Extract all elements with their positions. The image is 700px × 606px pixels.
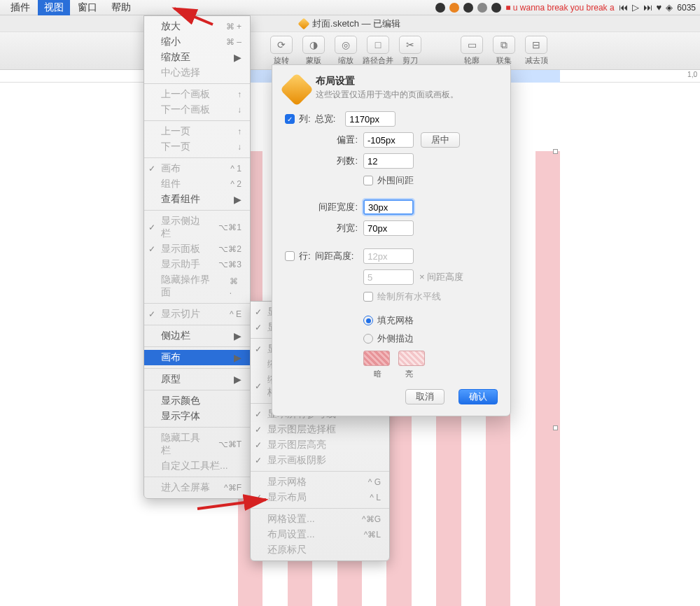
menu-item: ✓画布^ 1 — [144, 161, 250, 176]
outer-gutter-checkbox[interactable] — [363, 176, 373, 185]
menu-item[interactable]: 缩小⌘ – — [144, 34, 250, 50]
menu-item: 组件^ 2 — [144, 176, 250, 192]
tool-缩放[interactable]: ◎缩放 — [330, 36, 361, 66]
status-icon — [463, 3, 473, 13]
offset-label: 偏置: — [285, 134, 363, 146]
columns-label: 列: — [299, 113, 311, 125]
menu-view[interactable]: 视图 — [38, 0, 70, 15]
menu-item[interactable]: 缩放至▶ — [144, 50, 250, 65]
menu-plugins[interactable]: 插件 — [4, 0, 36, 15]
window-titlebar: 封面.sketch — 已编辑 — [0, 15, 700, 32]
menu-help[interactable]: 帮助 — [105, 0, 137, 15]
menu-item[interactable]: 显示字体 — [144, 409, 250, 424]
row-mult-input — [363, 269, 414, 285]
status-icon — [449, 3, 459, 13]
menu-item: 下一个画板↓ — [144, 102, 250, 118]
center-button[interactable]: 居中 — [421, 132, 460, 148]
menu-item: 上一个画板↑ — [144, 87, 250, 102]
view-menu-dropdown[interactable]: 放大⌘ +缩小⌘ –缩放至▶中心选择上一个画板↑下一个画板↓上一页↑下一页↓✓画… — [144, 15, 251, 499]
menu-window[interactable]: 窗口 — [71, 0, 104, 15]
menu-item: 自定义工具栏... — [144, 458, 250, 474]
menu-item: ✓显示图层高亮 — [251, 437, 389, 453]
selection-handle[interactable] — [553, 425, 558, 430]
selection-handle[interactable] — [553, 149, 558, 154]
total-width-label: 总宽: — [315, 113, 342, 125]
menu-item: 网格设置...^⌘G — [251, 512, 389, 527]
tool-联集[interactable]: ⧉联集 — [489, 36, 519, 66]
rows-label: 行: — [299, 250, 311, 262]
menu-item[interactable]: 侧边栏▶ — [144, 328, 250, 344]
total-width-input[interactable] — [345, 111, 396, 127]
menu-item: ✓显示布局^ L — [251, 490, 389, 505]
menu-item: 上一页↑ — [144, 124, 250, 139]
tool-剪刀[interactable]: ✂剪刀 — [395, 36, 426, 66]
menu-item: 进入全屏幕^⌘F — [144, 480, 250, 495]
row-height-label: 间距高度: — [315, 250, 360, 262]
menu-item: 还原标尺 — [251, 542, 389, 558]
ruler-label: 1,0 — [687, 71, 697, 78]
tool-路径合并[interactable]: □路径合并 — [363, 36, 393, 66]
offset-input[interactable] — [363, 132, 414, 148]
col-width-input[interactable] — [363, 220, 414, 236]
layout-settings-dialog: 布局设置 这些设置仅适用于选中的页面或画板。 ✓ 列: 总宽: 偏置: 居中 列… — [272, 64, 511, 416]
ok-button[interactable]: 确认 — [458, 389, 498, 404]
dialog-title: 布局设置 — [316, 75, 355, 86]
fill-grid-radio[interactable] — [363, 316, 373, 325]
gutter-width-input[interactable] — [363, 199, 414, 215]
menu-item[interactable]: 放大⌘ + — [144, 19, 250, 34]
swatch-light[interactable] — [398, 351, 425, 366]
col-count-input[interactable] — [363, 153, 414, 169]
menu-item: 隐藏操作界面⌘ . — [144, 272, 250, 300]
menu-item: 显示助手⌥⌘3 — [144, 257, 250, 272]
menu-item[interactable]: 查看组件▶ — [144, 192, 250, 207]
tool-蒙版[interactable]: ◑蒙版 — [298, 36, 329, 66]
menu-item: ✓显示切片^ E — [144, 306, 250, 322]
wifi-icon[interactable]: ◈ — [666, 2, 673, 13]
col-width-label: 列宽: — [285, 222, 363, 234]
outline-label: 外侧描边 — [377, 332, 414, 345]
menu-item: 隐藏工具栏⌥⌘T — [144, 430, 250, 458]
media-next[interactable]: ⏭ — [643, 2, 652, 13]
status-icon — [491, 3, 501, 13]
menu-item[interactable]: 原型▶ — [144, 372, 250, 387]
sketch-icon — [280, 73, 314, 106]
menu-item: ✓显示图层选择框 — [251, 422, 389, 437]
col-count-label: 列数: — [285, 155, 363, 167]
tool-减去顶[interactable]: ⊟减去顶 — [521, 36, 552, 66]
columns-checkbox[interactable]: ✓ — [285, 114, 295, 124]
rows-checkbox[interactable] — [285, 251, 295, 261]
draw-lines-label: 绘制所有水平线 — [377, 290, 441, 303]
menubar-clock: 6035 — [677, 3, 696, 13]
tool-旋转[interactable]: ⟳旋转 — [266, 36, 297, 66]
menu-item[interactable]: 显示颜色 — [144, 393, 250, 409]
swatch-dark[interactable] — [363, 351, 390, 366]
fill-grid-label: 填充网格 — [377, 314, 414, 327]
status-icon — [477, 3, 487, 13]
row-height-input — [363, 248, 414, 264]
window-title: 封面.sketch — 已编辑 — [312, 17, 400, 30]
gutter-width-label: 间距宽度: — [285, 201, 363, 213]
dialog-subtitle: 这些设置仅适用于选中的页面或画板。 — [316, 89, 458, 101]
outer-gutter-label: 外围间距 — [377, 174, 414, 187]
menu-item: 中心选择 — [144, 65, 250, 80]
menu-item: 显示网格^ G — [251, 474, 389, 490]
media-play[interactable]: ▷ — [632, 2, 639, 13]
status-icon — [435, 3, 445, 13]
now-playing: ■ u wanna break you break a — [505, 3, 614, 13]
outline-radio[interactable] — [363, 334, 373, 344]
menu-item: ✓显示侧边栏⌥⌘1 — [144, 213, 250, 241]
times-row-height: × 间距高度 — [419, 271, 463, 283]
sketch-icon — [298, 17, 309, 29]
tool-轮廓[interactable]: ▭轮廓 — [456, 36, 487, 66]
cancel-button[interactable]: 取消 — [405, 389, 444, 404]
menu-item: 下一页↓ — [144, 139, 250, 155]
menubar-status: ■ u wanna break you break a ⏮ ▷ ⏭ ♥ ◈ 60… — [435, 2, 696, 13]
heart-icon[interactable]: ♥ — [657, 2, 662, 13]
menu-item[interactable]: 画布▶ — [144, 350, 250, 365]
draw-lines-checkbox[interactable] — [363, 292, 373, 302]
menu-item: ✓显示画板阴影 — [251, 453, 389, 468]
menu-item: ✓显示面板⌥⌘2 — [144, 241, 250, 257]
menu-item: 布局设置...^⌘L — [251, 527, 389, 542]
macos-menubar: 插件 视图 窗口 帮助 ■ u wanna break you break a … — [0, 0, 700, 15]
media-prev[interactable]: ⏮ — [619, 2, 628, 13]
